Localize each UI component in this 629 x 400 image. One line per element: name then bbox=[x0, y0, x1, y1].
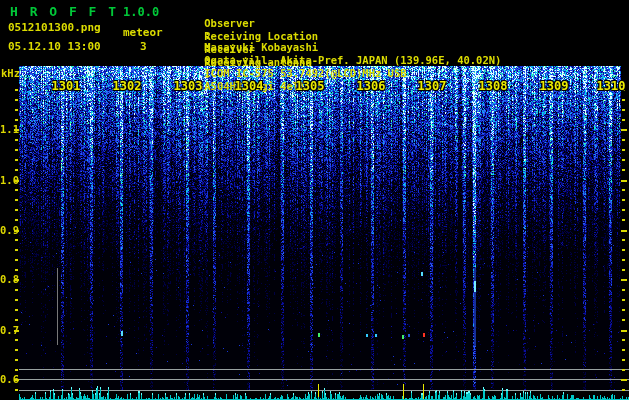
time-label: 1304 bbox=[227, 79, 271, 93]
app-title: H R O F F T bbox=[10, 4, 118, 19]
mode-label: meteor bbox=[123, 26, 163, 39]
freq-tick-label: 0.9 bbox=[0, 224, 14, 236]
freq-tick-label: 1.1 bbox=[0, 123, 14, 135]
app-version: 1.0.0 bbox=[123, 5, 159, 19]
freq-tick-label: 1.0 bbox=[0, 174, 14, 186]
time-label: 1303 bbox=[166, 79, 210, 93]
time-label: 1306 bbox=[349, 79, 393, 93]
meteor-count: 3 bbox=[140, 40, 147, 53]
time-label: 1309 bbox=[532, 79, 576, 93]
app-window: H R O F F T 1.0.0 0512101300.png meteor … bbox=[0, 0, 629, 400]
time-label: 1310 bbox=[589, 79, 629, 93]
time-label: 1308 bbox=[471, 79, 515, 93]
freq-tick-label: 0.6 bbox=[0, 373, 14, 385]
time-label: 1307 bbox=[410, 79, 454, 93]
info-label: Receiving antenna bbox=[204, 56, 318, 68]
info-row-antenna: Receiving antenna : A504HB(yagi 4el) bbox=[179, 44, 318, 104]
time-label: 1301 bbox=[44, 79, 88, 93]
freq-axis-unit: kHz bbox=[1, 67, 20, 79]
datetime-label: 05.12.10 13:00 bbox=[8, 40, 101, 53]
time-label: 1302 bbox=[105, 79, 149, 93]
time-label: 1305 bbox=[288, 79, 332, 93]
freq-tick-label: 0.7 bbox=[0, 324, 14, 336]
freq-tick-label: 0.8 bbox=[0, 273, 14, 285]
output-filename: 0512101300.png bbox=[8, 21, 101, 34]
